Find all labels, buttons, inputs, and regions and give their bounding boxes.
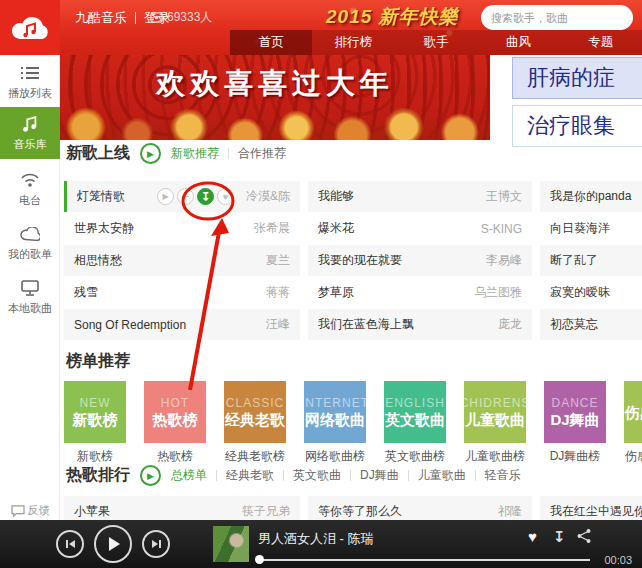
- song-cell[interactable]: 寂寞的暧昧: [540, 277, 642, 308]
- app-logo[interactable]: [0, 0, 60, 55]
- add-song-icon[interactable]: +: [177, 188, 194, 205]
- tile-internet-songs-chart[interactable]: INTERNET 网络歌曲 网络歌曲榜: [304, 381, 366, 465]
- tile-cn: 伤感歌曲: [625, 403, 642, 422]
- sidebar-item-label: 电台: [19, 193, 41, 208]
- song-cell[interactable]: 相思情愁 夏兰: [64, 245, 300, 276]
- song-cell[interactable]: 残雪 蒋蒋: [64, 277, 300, 308]
- song-title: 等你等了那么久: [318, 503, 490, 520]
- sidebar-item-label: 音乐库: [14, 137, 47, 152]
- tile-classic-songs-chart[interactable]: CLASSIC 经典老歌 经典老歌榜: [224, 381, 286, 465]
- prev-triangle-glyph: [69, 540, 75, 548]
- feedback-link[interactable]: 反馈: [0, 503, 60, 518]
- nav-genres[interactable]: 曲风: [477, 30, 559, 55]
- tab-children[interactable]: 儿童歌曲: [418, 467, 466, 484]
- tile-new-songs-chart[interactable]: NEW 新歌榜 新歌榜: [64, 381, 126, 465]
- song-cell[interactable]: 初恋莫忘: [540, 309, 642, 340]
- banner-title: 欢欢喜喜过大年: [60, 64, 490, 104]
- song-artist: 乌兰图雅: [474, 284, 522, 301]
- song-cell[interactable]: Song Of Redemption 汪峰: [64, 309, 300, 340]
- next-bar-glyph: [159, 540, 161, 548]
- tab-coop-recommend[interactable]: 合作推荐: [238, 145, 286, 162]
- tile-sad-songs-chart[interactable]: 伤感歌曲 伤感歌曲榜: [624, 381, 642, 465]
- album-art[interactable]: [213, 526, 249, 562]
- tile-label: 热歌榜: [144, 448, 206, 465]
- song-cell[interactable]: 我能够 王博文: [308, 181, 532, 212]
- tab-english[interactable]: 英文歌曲: [293, 467, 341, 484]
- ad-text: 肝病的症: [527, 63, 615, 93]
- song-cell[interactable]: 我要的现在就要 李易峰: [308, 245, 532, 276]
- favorite-icon[interactable]: ♥: [528, 528, 537, 545]
- play-pause-button[interactable]: [94, 525, 132, 563]
- song-cell[interactable]: 等你等了那么久 祁隆: [308, 496, 532, 520]
- play-all-icon[interactable]: ▶: [140, 465, 161, 486]
- chart-recommend-header: 榜单推荐: [66, 351, 130, 372]
- cloud-icon: [20, 224, 40, 244]
- main-nav: 首页 排行榜 歌手 曲风 专题: [230, 30, 642, 55]
- tab-overall-chart[interactable]: 总榜单: [171, 467, 207, 484]
- sidebar-item-label: 本地歌曲: [8, 301, 52, 316]
- tab-divider: [475, 470, 476, 481]
- previous-track-button[interactable]: [56, 530, 84, 558]
- download-song-icon[interactable]: ↧: [197, 188, 214, 205]
- progress-knob[interactable]: [255, 555, 264, 564]
- play-song-icon[interactable]: ▶: [157, 188, 174, 205]
- search-box[interactable]: [481, 5, 633, 30]
- radio-wifi-icon: [20, 170, 40, 190]
- sidebar-item-local-songs[interactable]: 本地歌曲: [0, 275, 60, 319]
- sidebar-item-music-library[interactable]: 音乐库: [0, 107, 60, 159]
- tile-dj-dance-chart[interactable]: DANCE DJ舞曲 DJ舞曲榜: [544, 381, 606, 465]
- song-cell[interactable]: 小苹果 筷子兄弟: [64, 496, 300, 520]
- song-cell[interactable]: 灯笼情歌 ▶ + ↧ ♥ 冷漠&陈: [64, 181, 300, 212]
- song-artist: 夏兰: [266, 252, 290, 269]
- tab-light-music[interactable]: 轻音乐: [485, 467, 521, 484]
- play-all-icon[interactable]: ▶: [140, 143, 161, 164]
- song-artist: 张希晨: [254, 220, 290, 237]
- favorite-song-icon[interactable]: ♥: [217, 188, 234, 205]
- tile-en: CHIDRENS: [460, 396, 531, 410]
- song-cell[interactable]: 我们在蓝色海上飘 庞龙: [308, 309, 532, 340]
- tile-en: NEW: [80, 396, 111, 410]
- playlist-icon: [20, 63, 40, 83]
- search-input[interactable]: [489, 11, 635, 25]
- tile-label: DJ舞曲榜: [544, 448, 606, 465]
- song-cell[interactable]: 我在红尘中遇见你: [540, 496, 642, 520]
- tile-cn: 儿童歌曲: [465, 410, 525, 429]
- brand-link[interactable]: 九酷音乐: [75, 9, 127, 27]
- song-cell[interactable]: 世界太安静 张希晨: [64, 213, 300, 244]
- next-track-button[interactable]: [142, 530, 170, 558]
- progress-bar[interactable]: [258, 559, 590, 561]
- sidebar-item-my-playlists[interactable]: 我的歌单: [0, 221, 60, 265]
- song-cell[interactable]: 向日葵海洋: [540, 213, 642, 244]
- nav-artists[interactable]: 歌手: [395, 30, 477, 55]
- download-icon[interactable]: ↧: [553, 528, 566, 546]
- sidebar-item-label: 播放列表: [8, 86, 52, 101]
- nav-home[interactable]: 首页: [230, 30, 312, 55]
- tab-new-recommend[interactable]: 新歌推荐: [171, 145, 219, 162]
- song-title: 初恋莫忘: [550, 316, 642, 333]
- tile-label: 新歌榜: [64, 448, 126, 465]
- tile-en: HOT: [161, 396, 189, 410]
- tab-dj[interactable]: DJ舞曲: [360, 467, 399, 484]
- song-title: 断了乱了: [550, 252, 642, 269]
- main-content: 欢欢喜喜过大年 肝病的症 治疗眼集 新歌上线 ▶ 新歌推荐 合作推荐 灯笼情歌: [60, 55, 642, 520]
- ad-box-1[interactable]: 肝病的症: [512, 57, 642, 99]
- song-cell[interactable]: 爆米花 S-KING: [308, 213, 532, 244]
- tab-divider: [216, 470, 217, 481]
- festival-banner[interactable]: 欢欢喜喜过大年: [60, 55, 490, 140]
- tile-english-songs-chart[interactable]: ENGLISH 英文歌曲 英文歌曲榜: [384, 381, 446, 465]
- tile-hot-songs-chart[interactable]: HOT 热歌榜 热歌榜: [144, 381, 206, 465]
- nav-topics[interactable]: 专题: [560, 30, 642, 55]
- song-cell[interactable]: 我是你的panda: [540, 181, 642, 212]
- share-icon[interactable]: [576, 528, 592, 548]
- tab-divider: [228, 148, 229, 159]
- sidebar-item-radio[interactable]: 电台: [0, 167, 60, 211]
- nav-charts[interactable]: 排行榜: [312, 30, 394, 55]
- tile-cn: 英文歌曲: [385, 410, 445, 429]
- ad-box-2[interactable]: 治疗眼集: [512, 105, 642, 147]
- song-cell[interactable]: 断了乱了: [540, 245, 642, 276]
- sidebar-item-label: 我的歌单: [8, 247, 52, 262]
- tile-children-songs-chart[interactable]: CHIDRENS 儿童歌曲 儿童歌曲榜: [464, 381, 526, 465]
- sidebar-item-playlist[interactable]: 播放列表: [0, 61, 60, 103]
- tab-classic[interactable]: 经典老歌: [226, 467, 274, 484]
- song-cell[interactable]: 梦草原 乌兰图雅: [308, 277, 532, 308]
